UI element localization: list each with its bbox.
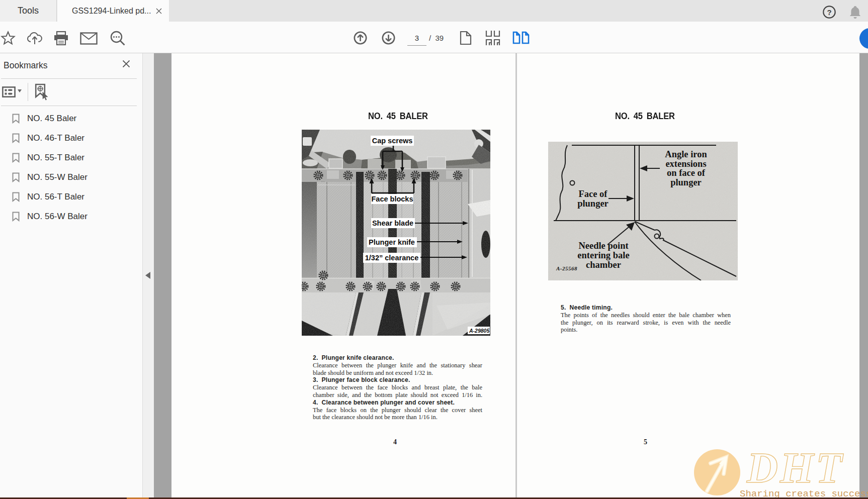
svg-text:Face blocks: Face blocks [371, 195, 413, 203]
svg-text:Shear blade: Shear blade [372, 219, 413, 227]
svg-text:A-25568: A-25568 [556, 265, 577, 271]
svg-text:entering bale: entering bale [577, 250, 629, 260]
svg-text:Needle point: Needle point [578, 241, 629, 251]
svg-text:DHT: DHT [746, 444, 844, 492]
svg-text:extensions: extensions [665, 159, 706, 169]
svg-text:Plunger knife: Plunger knife [369, 238, 415, 246]
svg-text:chamber: chamber [586, 260, 621, 270]
svg-text:plunger: plunger [670, 177, 702, 187]
svg-text:Angle iron: Angle iron [665, 149, 707, 159]
svg-text:Face of: Face of [578, 189, 607, 199]
svg-text:Cap screws: Cap screws [372, 137, 413, 145]
svg-text:plunger: plunger [577, 198, 609, 209]
svg-text:?: ? [827, 8, 831, 17]
svg-text:A-29805: A-29805 [469, 328, 489, 334]
svg-text:1/32” clearance: 1/32” clearance [365, 254, 418, 262]
svg-text:on face of: on face of [667, 168, 706, 178]
